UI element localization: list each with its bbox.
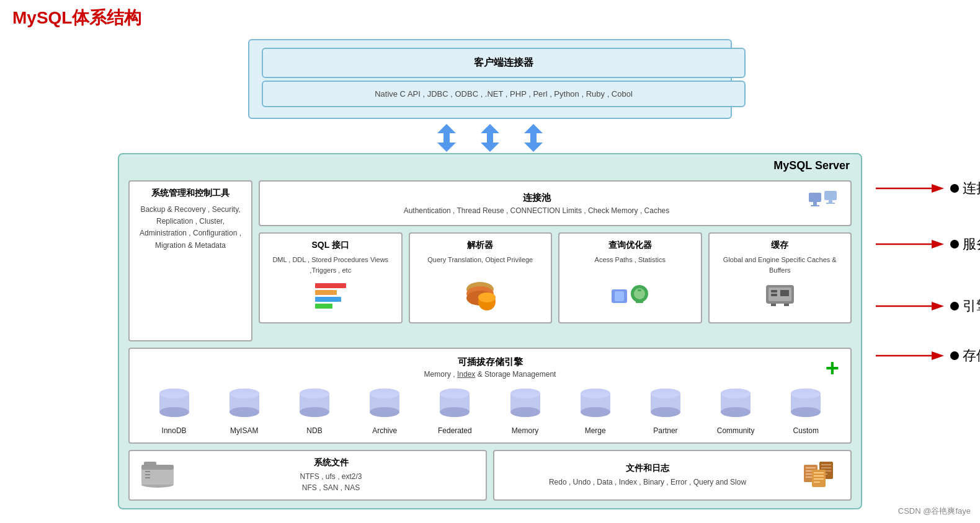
pool-text: 连接池 Authentication , Thread Reuse , CONN… [269, 192, 804, 215]
cylinder-community [718, 386, 754, 423]
filesys-box: 系统文件 NTFS , ufs , ext2/3 NFS , SAN , NAS [128, 450, 487, 501]
svg-rect-26 [636, 301, 643, 303]
cylinder-myisam [226, 386, 262, 423]
conn-pool-box: 连接池 Authentication , Thread Reuse , CONN… [259, 180, 852, 226]
svc-opt-content: Acess Paths , Statistics [595, 255, 666, 275]
svg-rect-11 [826, 203, 835, 204]
service-optimizer: 查询优化器 Acess Paths , Statistics [558, 232, 702, 323]
svg-rect-30 [771, 294, 777, 296]
layer-storage-text: 存储层 [963, 346, 980, 365]
svg-rect-9 [824, 191, 837, 200]
engine-label-partner: Partner [653, 426, 677, 435]
svc-parser-title: 解析器 [467, 240, 493, 251]
engine-item-myisam: MyISAM [220, 386, 269, 435]
svg-rect-93 [814, 475, 824, 477]
engine-item-partner: Partner [641, 386, 690, 435]
svg-marker-103 [932, 351, 944, 360]
svc-cache-icon [760, 280, 800, 316]
svc-sql-content: DML , DDL , Stored Procedures Views ,Tri… [266, 255, 395, 275]
arrows-row [434, 125, 546, 150]
layer-engine: 引擎层 [876, 297, 980, 315]
engine-item-innodb: InnoDB [149, 386, 199, 435]
svg-point-52 [440, 407, 470, 417]
svg-rect-87 [821, 464, 831, 465]
cylinder-memory [507, 386, 543, 423]
layer-connection: 连接层 [876, 179, 980, 198]
fs-icon [139, 459, 176, 492]
svg-point-37 [159, 389, 189, 398]
plus-icon: + [826, 355, 839, 382]
cylinder-ndb [296, 386, 332, 423]
sys-tools-box: 系统管理和控制工具 Backup & Recovery , Security, … [128, 180, 252, 341]
cylinder-archive [367, 386, 403, 423]
server-box: MySQL Server 系统管理和控制工具 Backup & Recovery… [118, 153, 862, 509]
fl-icon [801, 459, 841, 492]
svg-point-45 [300, 389, 329, 398]
layer-connection-label: 连接层 [950, 179, 980, 198]
pool-subtitle: Authentication , Thread Reuse , CONNECTI… [269, 206, 804, 215]
svg-point-40 [229, 407, 259, 417]
svg-point-60 [581, 407, 610, 417]
dot-service [950, 240, 959, 248]
svg-marker-3 [481, 133, 499, 152]
layer-storage: 存储层 [876, 346, 980, 365]
svc-opt-title: 查询优化器 [608, 240, 652, 251]
se-title: 可插拔存储引擎 [139, 356, 841, 368]
engine-item-ndb: NDB [290, 386, 339, 435]
page-title: MySQL体系结构 [12, 6, 968, 30]
engine-item-merge: Merge [571, 386, 620, 435]
service-cache: 缓存 Global and Engine Specific Caches & B… [708, 232, 852, 323]
engine-label-merge: Merge [585, 426, 606, 435]
engine-label-federated: Federated [438, 426, 472, 435]
svg-rect-79 [145, 474, 150, 475]
svg-rect-13 [315, 290, 337, 295]
se-subtitle: Memory , Index & Storage Management [139, 370, 841, 379]
fs-sys-title: 系统文件 [185, 457, 476, 468]
dot-storage [950, 351, 959, 360]
top-row: 系统管理和控制工具 Backup & Recovery , Security, … [128, 180, 852, 341]
layer-engine-text: 引擎层 [963, 297, 980, 315]
fs-text: 系统文件 NTFS , ufs , ext2/3 NFS , SAN , NAS [185, 457, 476, 493]
svg-rect-29 [771, 290, 777, 292]
engine-item-custom: Custom [781, 386, 831, 435]
svc-cache-title: 缓存 [771, 240, 788, 251]
fs-sys-content: NTFS , ufs , ext2/3 NFS , SAN , NAS [185, 471, 476, 493]
svg-point-49 [370, 389, 399, 398]
svg-rect-82 [806, 467, 816, 468]
main-container: 客户端连接器 Native C API , JDBC , ODBC , .NET… [12, 39, 968, 509]
svg-rect-33 [784, 304, 789, 306]
engine-label-myisam: MyISAM [230, 426, 258, 435]
right-section: 连接池 Authentication , Thread Reuse , CONN… [259, 180, 852, 341]
engine-label-ndb: NDB [306, 426, 322, 435]
filesys-row: 系统文件 NTFS , ufs , ext2/3 NFS , SAN , NAS… [128, 450, 852, 501]
svg-point-41 [229, 389, 259, 398]
fl-text: 文件和日志 Redo , Undo , Data , Index , Binar… [504, 463, 791, 488]
svg-rect-6 [809, 193, 821, 202]
pool-title: 连接池 [269, 192, 804, 204]
svc-sql-icon [312, 280, 349, 316]
svg-rect-94 [814, 478, 824, 480]
svg-point-53 [440, 389, 470, 398]
cylinder-custom [788, 386, 824, 423]
dot-engine [950, 302, 959, 310]
server-label: MySQL Server [773, 159, 850, 172]
svg-rect-80 [145, 477, 150, 478]
engine-item-federated: Federated [430, 386, 479, 435]
svg-rect-77 [144, 462, 156, 467]
storage-engine-box: 可插拔存储引擎 Memory , Index & Storage Managem… [128, 348, 852, 444]
conn-pool-icon [804, 188, 841, 219]
layer-service-text: 服务层 [963, 235, 980, 253]
engine-item-community: Community [711, 386, 760, 435]
service-parser: 解析器 Query Translation, Object Privilege [409, 232, 553, 323]
engine-label-archive: Archive [372, 426, 397, 435]
sys-tools-title: 系统管理和控制工具 [136, 188, 245, 199]
arrow-3 [521, 125, 546, 150]
svg-rect-14 [315, 297, 341, 302]
svg-rect-25 [638, 289, 641, 291]
cylinder-partner [648, 386, 684, 423]
svg-point-57 [510, 389, 540, 398]
cylinder-merge [577, 386, 613, 423]
svc-parser-icon [463, 280, 497, 316]
engine-label-custom: Custom [793, 426, 819, 435]
svg-point-48 [370, 407, 399, 417]
